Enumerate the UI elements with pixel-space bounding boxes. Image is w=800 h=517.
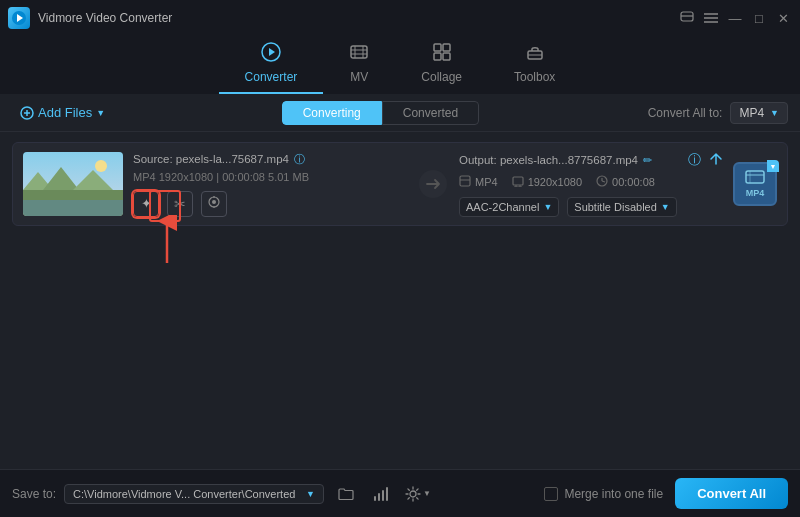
svg-point-27	[212, 200, 216, 204]
edit-button[interactable]: ✦	[133, 191, 159, 217]
menu-btn[interactable]	[702, 9, 720, 27]
app-title: Vidmore Video Converter	[38, 11, 172, 25]
effects-button[interactable]	[201, 191, 227, 217]
bottom-bar: Save to: C:\Vidmore\Vidmore V... Convert…	[0, 469, 800, 517]
chat-btn[interactable]	[678, 9, 696, 27]
save-path: C:\Vidmore\Vidmore V... Converter\Conver…	[64, 484, 324, 504]
output-edit-icon[interactable]: ✏	[643, 154, 652, 167]
tab-mv[interactable]: MV	[323, 36, 395, 94]
add-files-button[interactable]: Add Files ▼	[12, 101, 113, 124]
subtitle-dropdown-arrow: ▼	[661, 202, 670, 212]
tab-collage-label: Collage	[421, 70, 462, 84]
file-info: Source: pexels-la...75687.mp4 ⓘ MP4 1920…	[123, 152, 407, 217]
svg-rect-13	[443, 53, 450, 60]
toolbox-icon	[525, 42, 545, 67]
close-btn[interactable]: ✕	[774, 9, 792, 27]
settings-btn[interactable]: ▼	[404, 480, 432, 508]
tab-converter-label: Converter	[245, 70, 298, 84]
subtitle-select[interactable]: Subtitle Disabled ▼	[567, 197, 676, 217]
output-resolution: 1920x1080	[528, 176, 582, 188]
settings-dropdown-arrow: ▼	[423, 489, 431, 498]
file-row: Source: pexels-la...75687.mp4 ⓘ MP4 1920…	[23, 151, 777, 217]
source-format: MP4	[133, 171, 156, 183]
tab-mv-label: MV	[350, 70, 368, 84]
svg-rect-10	[434, 44, 441, 51]
format-badge-dropdown[interactable]: ▼	[767, 160, 779, 172]
output-duration-icon	[596, 175, 608, 189]
merge-label: Merge into one file	[564, 487, 663, 501]
tab-converter[interactable]: Converter	[219, 36, 324, 94]
converter-icon	[261, 42, 281, 67]
output-controls: AAC-2Channel ▼ Subtitle Disabled ▼	[459, 197, 723, 217]
tab-toolbox[interactable]: Toolbox	[488, 36, 581, 94]
star-icon: ✦	[141, 196, 152, 211]
content-area: Source: pexels-la...75687.mp4 ⓘ MP4 1920…	[0, 132, 800, 469]
format-value: MP4	[739, 106, 764, 120]
merge-checkbox[interactable]: Merge into one file	[544, 487, 663, 501]
svg-rect-31	[460, 176, 470, 186]
svg-rect-40	[746, 171, 764, 183]
converted-tab[interactable]: Converted	[382, 101, 479, 125]
output-res-icon	[512, 175, 524, 189]
output-resolution-item: 1920x1080	[512, 175, 582, 189]
svg-line-39	[602, 181, 605, 182]
mv-icon	[349, 42, 369, 67]
cut-icon: ✂	[174, 196, 186, 212]
tab-collage[interactable]: Collage	[395, 36, 488, 94]
effects-icon	[207, 195, 221, 212]
save-to-label: Save to:	[12, 487, 56, 501]
title-bar: Vidmore Video Converter — □ ✕	[0, 0, 800, 36]
output-format: MP4	[475, 176, 498, 188]
audio-select[interactable]: AAC-2Channel ▼	[459, 197, 559, 217]
svg-marker-8	[269, 48, 275, 56]
convert-all-button[interactable]: Convert All	[675, 478, 788, 509]
source-filename: Source: pexels-la...75687.mp4	[133, 153, 289, 165]
add-files-label: Add Files	[38, 105, 92, 120]
subtitle-value: Subtitle Disabled	[574, 201, 657, 213]
format-select[interactable]: MP4 ▼	[730, 102, 788, 124]
folder-btn[interactable]	[332, 480, 360, 508]
title-bar-controls: — □ ✕	[678, 9, 792, 27]
output-icons: ⓘ	[688, 151, 723, 169]
toolbar-right: Convert All to: MP4 ▼	[648, 102, 788, 124]
signal-btn[interactable]	[368, 480, 396, 508]
title-bar-left: Vidmore Video Converter	[8, 7, 172, 29]
output-format-icon	[459, 175, 471, 189]
output-add-icon[interactable]	[709, 152, 723, 169]
add-files-dropdown-arrow[interactable]: ▼	[96, 108, 105, 118]
minimize-btn[interactable]: —	[726, 9, 744, 27]
path-dropdown-arrow[interactable]: ▼	[306, 489, 315, 499]
file-meta: MP4 1920x1080 | 00:00:08 5.01 MB	[133, 171, 397, 183]
format-dropdown-icon: ▼	[770, 108, 779, 118]
output-header: Output: pexels-lach...8775687.mp4 ✏ ⓘ	[459, 151, 723, 169]
toolbar: Add Files ▼ Converting Converted Convert…	[0, 94, 800, 132]
svg-rect-9	[351, 46, 367, 58]
output-format-item: MP4	[459, 175, 498, 189]
audio-dropdown-arrow: ▼	[543, 202, 552, 212]
output-meta: MP4 1920x1080	[459, 175, 723, 189]
svg-rect-24	[23, 200, 123, 216]
output-duration: 00:00:08	[612, 176, 655, 188]
convert-arrow	[407, 168, 459, 200]
format-badge-container: MP4 ▼	[733, 162, 777, 206]
bottom-icons: ▼	[332, 480, 432, 508]
bottom-right: Merge into one file Convert All	[544, 478, 788, 509]
output-info-icon[interactable]: ⓘ	[688, 151, 701, 169]
converting-tab[interactable]: Converting	[282, 101, 382, 125]
merge-checkbox-box[interactable]	[544, 487, 558, 501]
svg-rect-12	[434, 53, 441, 60]
output-duration-item: 00:00:08	[596, 175, 655, 189]
convert-all-label: Convert All to:	[648, 106, 723, 120]
svg-point-49	[410, 491, 416, 497]
maximize-btn[interactable]: □	[750, 9, 768, 27]
svg-rect-11	[443, 44, 450, 51]
nav-tabs: Converter MV Collage	[0, 36, 800, 94]
audio-value: AAC-2Channel	[466, 201, 539, 213]
tab-pills: Converting Converted	[282, 101, 479, 125]
svg-rect-33	[513, 177, 523, 185]
source-info-icon[interactable]: ⓘ	[294, 152, 305, 167]
output-filename: Output: pexels-lach...8775687.mp4 ✏	[459, 154, 652, 167]
cut-button[interactable]: ✂	[167, 191, 193, 217]
output-section: Output: pexels-lach...8775687.mp4 ✏ ⓘ	[459, 151, 723, 217]
app-logo	[8, 7, 30, 29]
